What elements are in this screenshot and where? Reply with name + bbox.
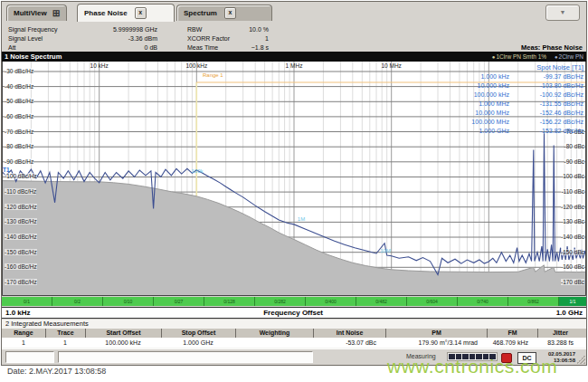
y-left-label: -150 dBc/Hz [5,249,37,255]
integrated-col-header: Jitter [537,329,583,338]
header-field: Meas Time~1.8 s [187,43,269,52]
spot-marker-label: 100k [191,168,203,174]
spot-noise-title: Spot Noise [T1] [453,63,583,72]
sweep-segment: 0/400 [306,297,356,306]
spot-marker-label: 10M [380,248,391,253]
tab-multiview-label: MultiView [14,9,47,17]
y-left-label: -130 dBc/Hz [5,218,37,224]
x-decade-label: 100 kHz [185,62,207,69]
header-field: RBW10.0 % [187,24,269,33]
y-right-label: -160 dBc [561,263,584,270]
trace1-marker: T1 [3,167,10,173]
integrated-table-header: RangeTraceStart OffsetStop OffsetWeighti… [2,329,586,338]
header-field: Signal Level-3.36 dBm [8,33,157,43]
y-left-label: -170 dBc/Hz [5,279,37,285]
header-field: XCORR Factor1 [187,33,269,43]
y-left-label: -80 dBc/Hz [5,143,33,149]
integrated-cell: 1 [2,338,45,348]
spot-noise-row: 1.000 GHz-153.82 dBc/Hz [453,127,583,136]
y-right-label: -150 dBc [561,249,584,255]
integrated-cell: 179.90 m°/3.14 mrad [385,338,487,348]
spot-noise-row: 1.000 MHz-131.55 dBc/Hz [453,100,583,109]
y-left-label: -60 dBc/Hz [5,113,33,119]
header-fields-right: RBW10.0 %XCORR Factor1Meas Time~1.8 s [187,24,269,52]
y-left-label: -140 dBc/Hz [5,234,37,240]
spot-noise-row: 100.000 kHz-100.92 dBc/Hz [453,91,583,100]
sweep-segment-final: 1/1 [559,297,586,306]
integrated-col-header: Weighting [235,329,313,338]
y-left-label: -110 dBc/Hz [5,188,36,195]
y-right-label: -90 dBc [564,158,584,165]
analyzer-window: MultiView ⊞ Phase Noise x Spectrum x ▼ S… [1,1,587,366]
watermark: www.cntronics.com [387,356,557,377]
tab-spectrum[interactable]: Spectrum x [176,5,272,21]
sweep-segment: 0/27 [154,297,204,306]
frequency-axis-bar: 1.0 kHz Frequency Offset 1.0 GHz [2,307,586,319]
close-tab-spectrum-icon[interactable]: x [224,7,236,19]
integrated-col-header: Start Offset [85,329,161,338]
resize-grip[interactable] [576,355,585,364]
tab-multiview[interactable]: MultiView ⊞ [6,5,67,21]
range1-label: Range 1 [203,72,223,78]
trace2-dot-icon: ● [555,54,558,60]
header-field: Signal Frequency5.9999998 GHz [8,24,157,33]
y-left-label: -30 dBc/Hz [5,68,33,74]
sweep-segment: 0/1 [2,297,52,306]
tab-phase-noise-label: Phase Noise [84,9,128,17]
noise-spectrum-plot: 10 kHz100 kHz1 MHz10 MHz -30 dBc/Hz-40 d… [2,62,586,296]
chevron-down-icon: ▼ [560,9,566,15]
integrated-cell: -53.07 dBc [313,338,385,348]
spot-noise-row: 100.000 MHz-156.22 dBc/Hz [453,118,583,127]
integrated-col-header: FM [487,329,537,338]
integrated-cell: 100.000 kHz [85,338,161,348]
integrated-cell: 1.000 GHz [161,338,235,348]
integrated-col-header: PM [385,329,487,338]
integrated-title: 2 Integrated Measurements [2,320,586,329]
sweep-segment: 0/10 [103,297,154,306]
y-right-label: -80 dBc [564,143,584,149]
sweep-segment: 0/128 [204,297,255,306]
integrated-cell: 468.709 kHz [487,338,537,348]
spot-noise-table: Spot Noise [T1]1.000 kHz-99.37 dBc/Hz10.… [453,63,583,136]
integrated-measurements: 2 Integrated Measurements RangeTraceStar… [2,320,586,349]
sweep-segment: 0/862 [508,297,559,306]
screenshot-date: Date: 2.MAY.2017 13:08:58 [7,367,106,376]
spot-noise-row: 1.000 kHz-99.37 dBc/Hz [453,72,583,81]
spot-noise-row: 10.000 kHz-103.80 dBc/Hz [453,81,583,91]
tab-spectrum-label: Spectrum [184,9,217,17]
trace1-dot-icon: ● [492,54,496,60]
integrated-table-row: 11100.000 kHz1.000 GHz-53.07 dBc179.90 m… [2,338,586,348]
y-left-label: -100 dBc/Hz [5,173,37,179]
x-decade-label: 10 kHz [90,62,109,69]
header-field: Att0 dB [8,43,157,52]
integrated-col-header: Int Noise [313,329,385,338]
integrated-col-header: Trace [45,329,85,338]
x-axis-title: Frequency Offset [263,309,323,317]
y-right-label: -130 dBc [561,218,584,224]
sweep-segment: 0/482 [356,297,407,306]
header-fields-left: Signal Frequency5.9999998 GHzSignal Leve… [8,24,157,52]
meas-mode-label: Meas: Phase Noise [521,43,583,52]
x-axis-start: 1.0 kHz [5,309,31,317]
y-right-label: -140 dBc [561,234,584,240]
spot-marker-label: 1M [298,216,305,222]
tab-phase-noise[interactable]: Phase Noise x [77,4,175,22]
integrated-cell: 1 [45,338,85,348]
multiview-grid-icon: ⊞ [52,9,60,18]
y-right-label: -120 dBc [561,204,584,210]
tab-overflow-button[interactable]: ▼ [545,5,580,21]
integrated-cell: 83.288 fs [537,338,583,348]
y-right-label: -170 dBc [561,279,584,285]
close-tab-phase-noise-icon[interactable]: x [135,7,147,19]
y-left-label: -90 dBc/Hz [5,158,33,165]
y-left-label: -40 dBc/Hz [5,83,33,90]
x-decade-label: 1 MHz [286,62,303,69]
integrated-col-header: Stop Offset [161,329,235,338]
sweep-segment: 0/604 [407,297,458,306]
y-right-label: -110 dBc [561,188,584,195]
trace1-legend: ●1Clrw PN Smth 1% [492,53,546,60]
y-left-label: -70 dBc/Hz [5,129,33,135]
graph-title: 1 Noise Spectrum [5,53,62,61]
integrated-cell [235,338,313,348]
x-decade-label: 10 MHz [381,62,401,69]
